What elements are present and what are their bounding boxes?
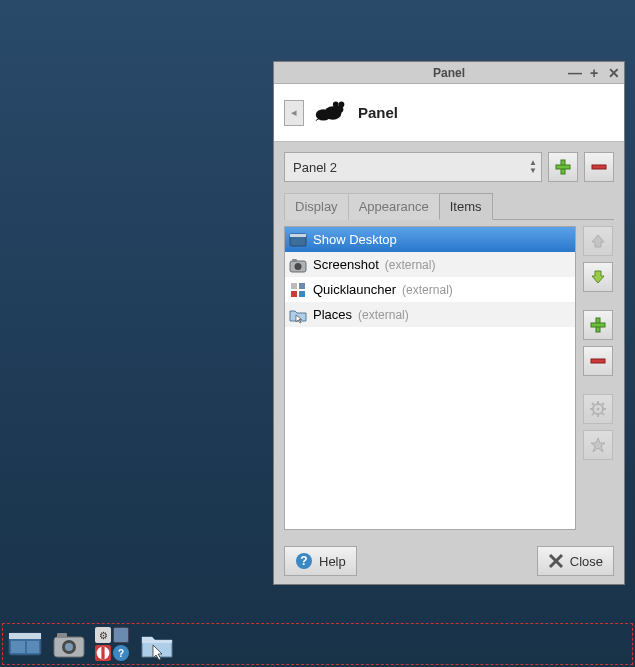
tab-display[interactable]: Display bbox=[284, 193, 349, 220]
svg-point-14 bbox=[333, 101, 339, 107]
help-button[interactable]: ? Help bbox=[284, 546, 357, 576]
titlebar[interactable]: Panel — + ✕ bbox=[274, 62, 624, 84]
panel-preferences-window: Panel — + ✕ ◂ Panel Panel 2 ▲▼ Disp bbox=[273, 61, 625, 585]
svg-rect-9 bbox=[101, 647, 104, 660]
list-item[interactable]: Places (external) bbox=[285, 302, 575, 327]
desktop-icon bbox=[289, 231, 307, 249]
dialog-footer: ? Help Close bbox=[274, 538, 624, 584]
svg-line-39 bbox=[592, 413, 594, 415]
bottom-panel: ⚙? bbox=[0, 623, 182, 667]
svg-point-32 bbox=[597, 408, 600, 411]
list-item-external-tag: (external) bbox=[402, 283, 453, 297]
svg-point-6 bbox=[65, 643, 73, 651]
panel-selector-row: Panel 2 ▲▼ bbox=[284, 152, 614, 182]
remove-item-button[interactable] bbox=[583, 346, 613, 376]
svg-rect-18 bbox=[592, 165, 606, 169]
panel-selector-value: Panel 2 bbox=[293, 160, 337, 175]
svg-rect-27 bbox=[299, 291, 305, 297]
item-about-button[interactable] bbox=[583, 430, 613, 460]
plus-icon bbox=[554, 158, 572, 176]
svg-text:?: ? bbox=[300, 554, 307, 568]
svg-rect-25 bbox=[299, 283, 305, 289]
svg-line-37 bbox=[592, 403, 594, 405]
add-panel-button[interactable] bbox=[548, 152, 578, 182]
list-item[interactable]: Screenshot (external) bbox=[285, 252, 575, 277]
svg-rect-3 bbox=[27, 641, 39, 653]
camera-icon bbox=[51, 627, 87, 663]
xfce-mouse-icon bbox=[312, 94, 350, 132]
svg-line-40 bbox=[602, 403, 604, 405]
minimize-button[interactable]: — bbox=[568, 65, 580, 81]
list-item[interactable]: Show Desktop bbox=[285, 227, 575, 252]
svg-rect-2 bbox=[11, 641, 25, 653]
quicklaunch-icon: ⚙? bbox=[95, 627, 131, 663]
minus-icon bbox=[590, 353, 606, 369]
close-window-button[interactable]: ✕ bbox=[608, 65, 620, 81]
taskbar-quicklauncher[interactable]: ⚙? bbox=[92, 625, 134, 665]
taskbar-show-desktop[interactable] bbox=[4, 625, 46, 665]
dialog-title: Panel bbox=[358, 104, 398, 121]
folder-icon bbox=[289, 306, 307, 324]
remove-panel-button[interactable] bbox=[584, 152, 614, 182]
svg-point-22 bbox=[295, 263, 302, 270]
tab-appearance[interactable]: Appearance bbox=[348, 193, 440, 220]
svg-rect-1 bbox=[9, 633, 41, 639]
svg-point-13 bbox=[339, 101, 345, 107]
minus-icon bbox=[590, 158, 608, 176]
list-item-external-tag: (external) bbox=[385, 258, 436, 272]
svg-rect-26 bbox=[291, 291, 297, 297]
svg-rect-23 bbox=[292, 259, 297, 262]
camera-icon bbox=[289, 256, 307, 274]
svg-rect-7 bbox=[57, 633, 67, 638]
list-item-label: Show Desktop bbox=[313, 232, 397, 247]
add-item-button[interactable] bbox=[583, 310, 613, 340]
svg-rect-17 bbox=[556, 165, 570, 169]
window-title: Panel bbox=[433, 66, 465, 80]
list-item-label: Screenshot bbox=[313, 257, 379, 272]
help-icon: ? bbox=[295, 552, 313, 570]
svg-rect-29 bbox=[591, 323, 605, 327]
svg-rect-20 bbox=[290, 234, 306, 237]
svg-line-38 bbox=[602, 413, 604, 415]
svg-rect-30 bbox=[591, 359, 605, 363]
item-properties-button[interactable] bbox=[583, 394, 613, 424]
item-action-buttons bbox=[582, 226, 614, 530]
close-icon bbox=[548, 553, 564, 569]
svg-rect-24 bbox=[291, 283, 297, 289]
close-button[interactable]: Close bbox=[537, 546, 614, 576]
dialog-header: ◂ Panel bbox=[274, 84, 624, 142]
list-item[interactable]: Quicklauncher (external) bbox=[285, 277, 575, 302]
list-item-label: Quicklauncher bbox=[313, 282, 396, 297]
list-item-label: Places bbox=[313, 307, 352, 322]
back-button[interactable]: ◂ bbox=[284, 100, 304, 126]
items-listbox[interactable]: Show DesktopScreenshot (external)Quickla… bbox=[284, 226, 576, 530]
move-down-button[interactable] bbox=[583, 262, 613, 292]
grid-icon bbox=[289, 281, 307, 299]
tabs: Display Appearance Items bbox=[284, 192, 614, 220]
arrow-down-icon bbox=[590, 269, 606, 285]
taskbar-screenshot[interactable] bbox=[48, 625, 90, 665]
folder-cursor-icon bbox=[139, 627, 175, 663]
list-item-external-tag: (external) bbox=[358, 308, 409, 322]
taskbar-places[interactable] bbox=[136, 625, 178, 665]
move-up-button[interactable] bbox=[583, 226, 613, 256]
star-icon bbox=[590, 437, 606, 453]
arrow-up-icon bbox=[590, 233, 606, 249]
panel-selector[interactable]: Panel 2 ▲▼ bbox=[284, 152, 542, 182]
maximize-button[interactable]: + bbox=[588, 65, 600, 81]
plus-icon bbox=[590, 317, 606, 333]
tab-items[interactable]: Items bbox=[439, 193, 493, 220]
desktop-icon bbox=[7, 627, 43, 663]
gear-icon bbox=[590, 401, 606, 417]
